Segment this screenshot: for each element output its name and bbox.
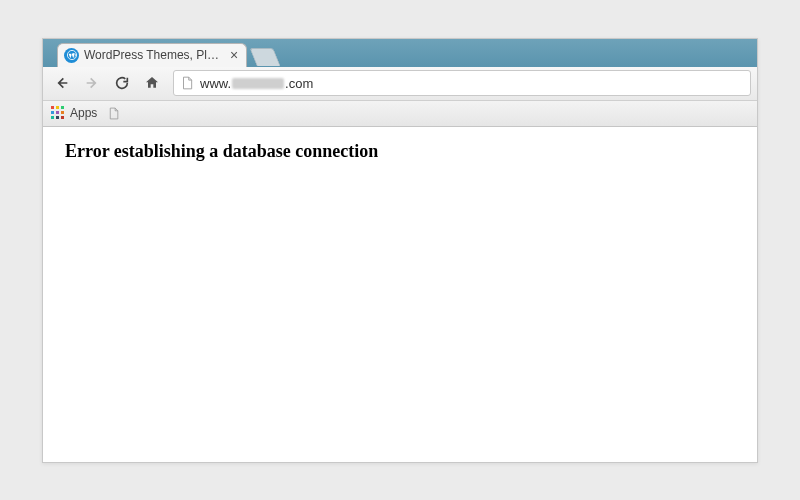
reload-button[interactable]	[109, 70, 135, 96]
bookmark-placeholder[interactable]	[107, 106, 120, 121]
apps-bookmark[interactable]: Apps	[51, 106, 97, 120]
toolbar: www..com	[43, 67, 757, 101]
forward-button[interactable]	[79, 70, 105, 96]
browser-tab[interactable]: WordPress Themes, Plugin ×	[57, 43, 247, 67]
apps-icon	[51, 106, 65, 120]
address-bar[interactable]: www..com	[173, 70, 751, 96]
bookmarks-bar: Apps	[43, 101, 757, 127]
tab-strip: WordPress Themes, Plugin ×	[43, 39, 757, 67]
url-obscured-domain	[232, 78, 284, 89]
url-prefix: www.	[200, 76, 231, 91]
page-content: Error establishing a database connection	[43, 127, 757, 462]
new-tab-button[interactable]	[250, 48, 281, 66]
back-button[interactable]	[49, 70, 75, 96]
tab-close-icon[interactable]: ×	[230, 48, 238, 62]
page-icon	[180, 76, 194, 90]
document-icon	[107, 106, 120, 121]
browser-window: WordPress Themes, Plugin × www..com Apps	[42, 38, 758, 463]
url-suffix: .com	[285, 76, 313, 91]
wordpress-favicon-icon	[64, 48, 79, 63]
apps-label: Apps	[70, 106, 97, 120]
error-heading: Error establishing a database connection	[65, 141, 735, 162]
tab-title: WordPress Themes, Plugin	[84, 48, 224, 62]
home-button[interactable]	[139, 70, 165, 96]
